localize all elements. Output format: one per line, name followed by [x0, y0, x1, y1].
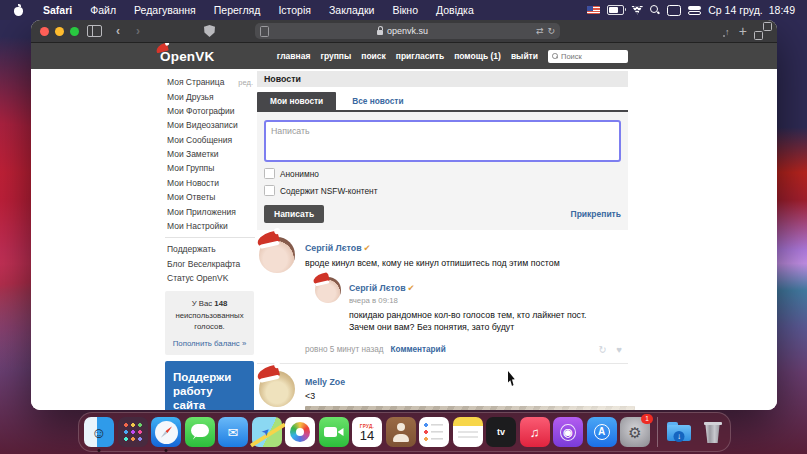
address-bar[interactable]: openvk.su ⇄ ↻	[255, 23, 560, 39]
repost-date[interactable]: вчера в 09:18	[349, 296, 587, 305]
dock-icon-launchpad[interactable]	[118, 417, 148, 447]
sidebar-item[interactable]: Мои Сообщения	[165, 133, 255, 147]
menu-item-1[interactable]: Файл	[81, 2, 125, 18]
submit-post-button[interactable]: Написать	[264, 205, 324, 223]
post-author-avatar[interactable]	[259, 237, 295, 273]
sidebar-item[interactable]: Мои Приложения	[165, 204, 255, 218]
dock-icon-safari[interactable]	[151, 417, 181, 447]
reader-icon[interactable]	[260, 26, 269, 37]
tab-all-news[interactable]: Все новости	[350, 92, 405, 110]
dock-icon-calendar[interactable]: ГРУД.14	[352, 417, 382, 447]
edit-page-link[interactable]: ред.	[238, 78, 253, 87]
composer-textarea[interactable]	[264, 120, 621, 162]
dock-icon-finder[interactable]: ☺	[84, 417, 114, 447]
post-author-avatar[interactable]	[259, 371, 295, 407]
donate-banner[interactable]: Поддержи работу сайта openvk.su/donate O	[165, 361, 254, 410]
dock-icon-facetime[interactable]	[319, 417, 349, 447]
menu-bar-clock[interactable]: Ср 14 груд. 18:49	[708, 4, 795, 16]
apple-menu-icon[interactable]	[14, 5, 24, 16]
menu-item-3[interactable]: Перегляд	[205, 2, 270, 18]
privacy-shield-icon[interactable]	[204, 25, 215, 37]
site-nav-link[interactable]: пригласить	[396, 51, 444, 61]
site-nav-link[interactable]: группы	[320, 51, 351, 61]
site-nav-link[interactable]: помощь (1)	[454, 51, 501, 61]
post-author-link[interactable]: Сергій Лєтов	[305, 243, 362, 253]
menu-item-5[interactable]: Закладки	[320, 2, 383, 18]
sidebar-item[interactable]: Мои Заметки	[165, 147, 255, 161]
post-composer: Анонимно Содержит NSFW-контент Написать …	[257, 112, 628, 230]
repost-icon[interactable]: ↻	[598, 344, 606, 355]
dock-icon-contacts[interactable]	[386, 417, 416, 447]
reload-icon[interactable]: ↻	[547, 26, 555, 36]
menu-item-2[interactable]: Редагування	[125, 2, 205, 18]
minimize-window-button[interactable]	[55, 27, 64, 36]
site-nav-link[interactable]: поиск	[361, 51, 386, 61]
address-url-wrap: openvk.su	[269, 26, 536, 36]
site-search-box[interactable]	[548, 50, 628, 63]
dock-icon-music[interactable]: ♫	[520, 417, 550, 447]
sidebar-item[interactable]: Блог Веселкрафта	[165, 257, 255, 271]
input-language-flag-icon[interactable]	[587, 6, 600, 14]
like-icon[interactable]: ♥	[616, 344, 622, 355]
santa-hat-icon	[256, 364, 280, 382]
close-window-button[interactable]	[40, 27, 49, 36]
sidebar-item[interactable]: Статус OpenVK	[165, 271, 255, 285]
spotlight-search-icon[interactable]	[650, 5, 660, 15]
dock-icon-reminders[interactable]	[419, 417, 449, 447]
dock-icon-downloads[interactable]: ↓	[664, 417, 694, 447]
dock-icon-notes[interactable]	[453, 417, 483, 447]
dock-icon-podcasts[interactable]: ◉	[553, 417, 583, 447]
window-controls	[40, 27, 79, 36]
sidebar-item[interactable]: Мои Друзья	[165, 89, 255, 103]
forward-button[interactable]: ›	[128, 25, 148, 37]
top-up-balance-link[interactable]: Пополнить баланс »	[169, 338, 250, 349]
dock-icon-messages[interactable]	[185, 417, 215, 447]
repost-author-link[interactable]: Сергій Лєтов	[349, 283, 406, 293]
anonymous-checkbox[interactable]	[264, 168, 275, 179]
display-icon[interactable]	[667, 5, 681, 16]
nsfw-checkbox[interactable]	[264, 185, 275, 196]
site-search-input[interactable]	[561, 52, 624, 61]
repost-author-avatar[interactable]	[315, 277, 341, 303]
site-nav-link[interactable]: выйти	[511, 51, 538, 61]
wifi-icon[interactable]	[631, 6, 643, 15]
translate-icon[interactable]: ⇄	[536, 26, 544, 36]
control-center-icon[interactable]	[688, 6, 701, 15]
dock-icon-mail[interactable]: ✉	[218, 417, 248, 447]
battery-icon[interactable]	[607, 5, 624, 15]
menu-item-app[interactable]: Safari	[34, 2, 81, 18]
sidebar-item[interactable]: Мои Группы	[165, 161, 255, 175]
menu-item-7[interactable]: Довідка	[427, 2, 483, 18]
dock-icon-tv[interactable]: tv	[486, 417, 516, 447]
post-timestamp[interactable]: ровно 5 минут назад	[305, 345, 384, 354]
comment-link[interactable]: Комментарий	[391, 345, 446, 354]
post-author-link[interactable]: Melly Zoe	[305, 377, 345, 387]
site-nav-link[interactable]: главная	[277, 51, 311, 61]
zoom-window-button[interactable]	[70, 27, 79, 36]
menu-item-6[interactable]: Вікно	[383, 2, 427, 18]
dock-icon-photos[interactable]	[285, 417, 315, 447]
dock-icon-settings[interactable]: ⚙1	[620, 417, 650, 447]
sidebar-item[interactable]: Мои Фотографии	[165, 104, 255, 118]
sidebar-item[interactable]: Мои Видеозаписи	[165, 118, 255, 132]
sidebar-item[interactable]: Моя Страницаред.	[165, 75, 255, 89]
safari-toolbar: ‹ › openvk.su ⇄ ↻ +	[31, 20, 777, 43]
menu-item-4[interactable]: Історія	[269, 2, 320, 18]
sidebar-item[interactable]: Мои Настройки	[165, 219, 255, 233]
dock-icon-appstore[interactable]: A	[587, 417, 617, 447]
santa-hat-icon	[312, 272, 330, 285]
sidebar-item[interactable]: Мои Ответы	[165, 190, 255, 204]
new-tab-button[interactable]: +	[733, 24, 753, 38]
sidebar-item[interactable]: Поддержать	[165, 242, 255, 256]
dock-icon-maps[interactable]: ➤	[252, 417, 282, 447]
votes-prefix: У Вас	[192, 299, 213, 308]
post-photo-cat-closeup[interactable]	[305, 406, 635, 410]
sidebar-toggle-icon[interactable]	[87, 25, 102, 37]
attach-link[interactable]: Прикрепить	[571, 209, 621, 219]
address-bar-actions: ⇄ ↻	[536, 26, 555, 36]
openvk-logo[interactable]: OpenVK	[160, 49, 214, 64]
dock-icon-trash[interactable]	[698, 417, 728, 447]
back-button[interactable]: ‹	[108, 25, 128, 37]
tab-my-news[interactable]: Мои новости	[257, 92, 336, 110]
sidebar-item[interactable]: Мои Новости	[165, 176, 255, 190]
